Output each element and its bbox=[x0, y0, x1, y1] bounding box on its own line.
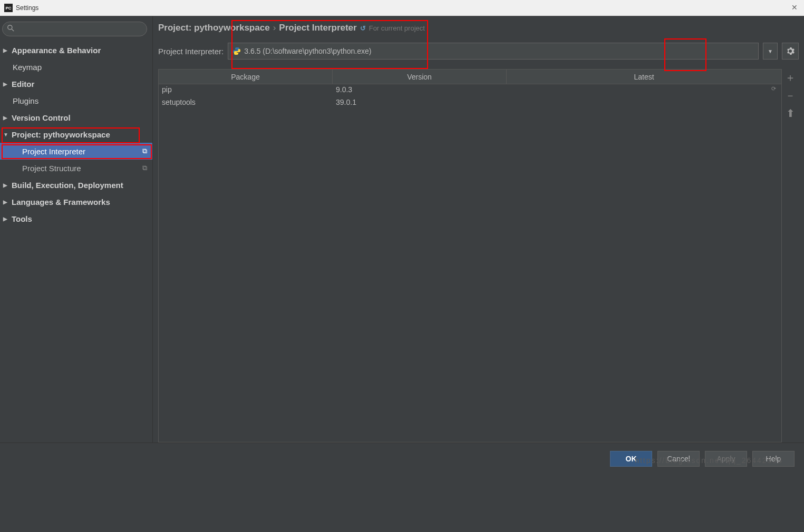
apply-button[interactable]: Apply bbox=[705, 451, 747, 467]
tree-label: Tools bbox=[12, 214, 32, 223]
interpreter-dropdown-button[interactable]: ▼ bbox=[763, 43, 778, 60]
ok-button[interactable]: OK bbox=[610, 451, 652, 467]
package-area: Package Version Latest pip 9.0.3 ⟳ setup… bbox=[158, 69, 799, 442]
sidebar-item-plugins[interactable]: Plugins bbox=[0, 92, 152, 109]
sidebar-item-appearance[interactable]: ▶Appearance & Behavior bbox=[0, 42, 152, 58]
col-header-version[interactable]: Version bbox=[333, 70, 507, 84]
main-panel: Project: pythoyworkspace › Project Inter… bbox=[153, 16, 804, 442]
tree-label: Editor bbox=[12, 80, 34, 88]
breadcrumb: Project: pythoyworkspace › Project Inter… bbox=[158, 23, 799, 33]
pkg-name: pip bbox=[159, 84, 333, 97]
pkg-name: setuptools bbox=[159, 97, 333, 110]
tree-label: Languages & Frameworks bbox=[12, 198, 110, 206]
chevron-down-icon: ▼ bbox=[3, 132, 11, 137]
package-table-header: Package Version Latest bbox=[159, 70, 781, 84]
tree-label: Build, Execution, Deployment bbox=[12, 181, 123, 190]
app-body: ▶Appearance & Behavior Keymap ▶Editor Pl… bbox=[0, 16, 804, 442]
reset-icon[interactable]: ↺ bbox=[360, 24, 366, 32]
sidebar-item-build[interactable]: ▶Build, Execution, Deployment bbox=[0, 176, 152, 193]
tree-label: Project Interpreter bbox=[22, 147, 85, 156]
breadcrumb-prefix: Project: pythoyworkspace bbox=[158, 23, 270, 33]
col-header-package[interactable]: Package bbox=[159, 70, 333, 84]
interpreter-settings-button[interactable] bbox=[782, 43, 799, 60]
sidebar: ▶Appearance & Behavior Keymap ▶Editor Pl… bbox=[0, 16, 153, 442]
copy-icon: ⧉ bbox=[142, 147, 147, 155]
chevron-right-icon: ▶ bbox=[3, 81, 11, 87]
search-icon bbox=[7, 25, 14, 33]
pkg-version: 9.0.3 bbox=[333, 84, 507, 97]
sidebar-item-vcs[interactable]: ▶Version Control bbox=[0, 109, 152, 126]
pkg-latest: ⟳ bbox=[507, 84, 781, 97]
dialog-footer: https://blog.csdn.net/qq_26442553 OK Can… bbox=[0, 442, 804, 474]
sidebar-item-project-interpreter[interactable]: Project Interpreter⧉ bbox=[0, 143, 152, 160]
interpreter-label: Project Interpreter: bbox=[158, 47, 224, 56]
sidebar-item-editor[interactable]: ▶Editor bbox=[0, 75, 152, 92]
sidebar-item-languages[interactable]: ▶Languages & Frameworks bbox=[0, 193, 152, 210]
sidebar-item-tools[interactable]: ▶Tools bbox=[0, 210, 152, 227]
tree-label: Appearance & Behavior bbox=[12, 46, 101, 55]
tree-label: Keymap bbox=[13, 63, 42, 72]
cancel-button[interactable]: Cancel bbox=[657, 451, 700, 467]
breadcrumb-hint: For current project bbox=[369, 24, 425, 32]
search-input[interactable] bbox=[2, 22, 147, 36]
copy-icon: ⧉ bbox=[142, 164, 147, 172]
package-table: Package Version Latest pip 9.0.3 ⟳ setup… bbox=[158, 69, 782, 442]
pkg-version: 39.0.1 bbox=[333, 97, 507, 110]
gear-icon bbox=[786, 47, 795, 55]
pycharm-icon: PC bbox=[4, 4, 13, 12]
chevron-right-icon: ▶ bbox=[3, 199, 11, 205]
pkg-latest bbox=[507, 97, 781, 110]
titlebar: PC Settings ✕ bbox=[0, 0, 804, 16]
chevron-right-icon: ▶ bbox=[3, 182, 11, 188]
package-buttons: ＋ － ⬆ bbox=[782, 69, 799, 442]
breadcrumb-current: Project Interpreter bbox=[279, 23, 356, 33]
chevron-right-icon: ▶ bbox=[3, 47, 11, 53]
add-package-button[interactable]: ＋ bbox=[784, 71, 797, 84]
svg-point-0 bbox=[8, 25, 12, 29]
tree-label: Project Structure bbox=[22, 164, 81, 173]
table-row[interactable]: setuptools 39.0.1 bbox=[159, 97, 781, 110]
svg-line-1 bbox=[12, 29, 14, 31]
settings-tree: ▶Appearance & Behavior Keymap ▶Editor Pl… bbox=[0, 42, 152, 227]
search-wrap bbox=[0, 22, 152, 42]
window-title: Settings bbox=[16, 4, 38, 12]
tree-label: Plugins bbox=[13, 96, 38, 105]
interpreter-value: 3.6.5 (D:\software\python3\python.exe) bbox=[244, 47, 371, 55]
interpreter-row: Project Interpreter: 3.6.5 (D:\software\… bbox=[158, 43, 799, 60]
interpreter-select[interactable]: 3.6.5 (D:\software\python3\python.exe) bbox=[228, 43, 759, 60]
breadcrumb-separator: › bbox=[273, 23, 276, 33]
upgrade-package-button[interactable]: ⬆ bbox=[784, 107, 797, 120]
close-icon[interactable]: ✕ bbox=[791, 3, 798, 12]
help-button[interactable]: Help bbox=[752, 451, 795, 467]
tree-label: Project: pythoyworkspace bbox=[12, 130, 110, 139]
table-row[interactable]: pip 9.0.3 ⟳ bbox=[159, 84, 781, 97]
remove-package-button[interactable]: － bbox=[784, 89, 797, 102]
chevron-right-icon: ▶ bbox=[3, 216, 11, 222]
chevron-right-icon: ▶ bbox=[3, 115, 11, 121]
python-icon bbox=[233, 47, 241, 55]
sidebar-item-project[interactable]: ▼Project: pythoyworkspace bbox=[0, 126, 152, 143]
sidebar-item-project-structure[interactable]: Project Structure⧉ bbox=[0, 160, 152, 176]
col-header-latest[interactable]: Latest bbox=[507, 70, 781, 84]
tree-label: Version Control bbox=[12, 113, 71, 122]
sidebar-item-keymap[interactable]: Keymap bbox=[0, 58, 152, 75]
